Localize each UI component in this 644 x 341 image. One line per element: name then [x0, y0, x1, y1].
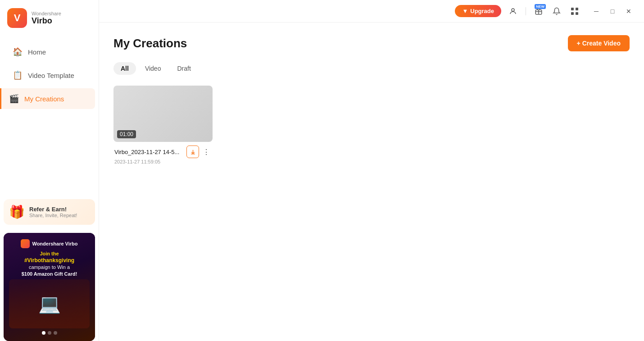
promo-campaign-line1: campaign to Win a	[29, 264, 70, 271]
page-title: My Creations	[113, 36, 187, 50]
video-date: 2023-11-27 11:59:05	[113, 159, 213, 164]
topbar: ▼ Upgrade NEW	[99, 0, 644, 23]
video-card: 01:00 Virbo_2023-11-27 14-5... ⋮	[113, 86, 213, 164]
page-content: My Creations + Create Video All Video Dr…	[99, 23, 644, 341]
tabs: All Video Draft	[113, 62, 630, 75]
window-controls: ─ □ ✕	[590, 5, 635, 18]
promo-campaign-line2: $100 Amazon Gift Card!	[22, 271, 77, 277]
upgrade-arrow: ▼	[462, 8, 468, 14]
page-header: My Creations + Create Video	[113, 35, 630, 51]
promo-dot-1	[42, 331, 45, 335]
create-video-button[interactable]: + Create Video	[568, 35, 630, 51]
refer-text-block: Refer & Earn! Share, Invite, Repeat!	[29, 206, 77, 218]
video-thumbnail[interactable]: 01:00	[113, 86, 213, 142]
upgrade-label: Upgrade	[470, 8, 494, 14]
video-name: Virbo_2023-11-27 14-5...	[114, 149, 186, 155]
logo-area: V Wondershare Virbo	[0, 0, 99, 36]
refer-earn-banner[interactable]: 🎁 Refer & Earn! Share, Invite, Repeat!	[4, 199, 95, 225]
sidebar: V Wondershare Virbo 🏠 Home 📋 Video Templ…	[0, 0, 99, 341]
video-duration: 01:00	[117, 130, 136, 138]
refer-title: Refer & Earn!	[29, 206, 77, 213]
my-creations-icon: 🎬	[9, 94, 19, 104]
more-options-button[interactable]: ⋮	[201, 146, 212, 157]
tab-video[interactable]: Video	[138, 62, 168, 75]
svg-rect-5	[576, 12, 578, 15]
promo-join-text: Join the	[40, 251, 59, 256]
grid-icon[interactable]	[568, 5, 581, 18]
gift-icon[interactable]: NEW	[532, 5, 545, 18]
promo-logo-icon	[21, 239, 30, 248]
sidebar-item-video-template-label: Video Template	[28, 72, 74, 79]
minimize-button[interactable]: ─	[590, 5, 603, 18]
upgrade-button[interactable]: ▼ Upgrade	[455, 5, 501, 17]
logo-name: Virbo	[32, 16, 61, 26]
sidebar-item-my-creations[interactable]: 🎬 My Creations	[0, 88, 95, 109]
tab-draft[interactable]: Draft	[170, 62, 198, 75]
topbar-separator	[526, 7, 526, 15]
promo-image-area: 💻	[9, 279, 90, 329]
promo-hashtag: #Virbothanksgiving	[24, 257, 74, 264]
svg-point-0	[512, 9, 514, 11]
home-icon: 🏠	[13, 47, 23, 57]
sidebar-item-home[interactable]: 🏠 Home	[4, 41, 95, 62]
svg-rect-4	[571, 12, 574, 15]
new-badge: NEW	[535, 4, 546, 9]
video-grid: 01:00 Virbo_2023-11-27 14-5... ⋮	[113, 86, 630, 164]
video-actions: ⋮	[186, 145, 212, 158]
logo-text-block: Wondershare Virbo	[32, 11, 61, 26]
tab-all[interactable]: All	[113, 62, 136, 75]
main-content: ▼ Upgrade NEW	[99, 0, 644, 341]
app-logo-icon: V	[7, 8, 27, 28]
video-info: Virbo_2023-11-27 14-5... ⋮	[113, 145, 213, 158]
profile-icon[interactable]	[507, 5, 519, 18]
nav-items: 🏠 Home 📋 Video Template 🎬 My Creations	[0, 36, 99, 114]
svg-rect-3	[576, 8, 578, 10]
close-button[interactable]: ✕	[622, 5, 635, 18]
sidebar-item-home-label: Home	[28, 48, 46, 56]
promo-logo-text: Wondershare Virbo	[32, 241, 77, 246]
logo-brand: Wondershare	[32, 11, 61, 16]
refer-emoji-icon: 🎁	[9, 205, 25, 219]
notification-icon[interactable]	[550, 5, 563, 18]
video-template-icon: 📋	[13, 70, 23, 80]
promo-inner: Wondershare Virbo Join the #Virbothanksg…	[4, 233, 95, 341]
sidebar-item-video-template[interactable]: 📋 Video Template	[4, 65, 95, 86]
promo-logo: Wondershare Virbo	[21, 239, 77, 248]
svg-rect-2	[571, 8, 574, 10]
promo-dot-2	[48, 331, 51, 335]
restore-button[interactable]: □	[606, 5, 619, 18]
promo-dots	[42, 331, 57, 335]
refer-subtitle: Share, Invite, Repeat!	[29, 213, 77, 218]
sidebar-item-my-creations-label: My Creations	[24, 95, 64, 103]
promo-dot-3	[54, 331, 57, 335]
promo-banner[interactable]: Wondershare Virbo Join the #Virbothanksg…	[4, 233, 95, 341]
download-button[interactable]	[186, 145, 199, 158]
